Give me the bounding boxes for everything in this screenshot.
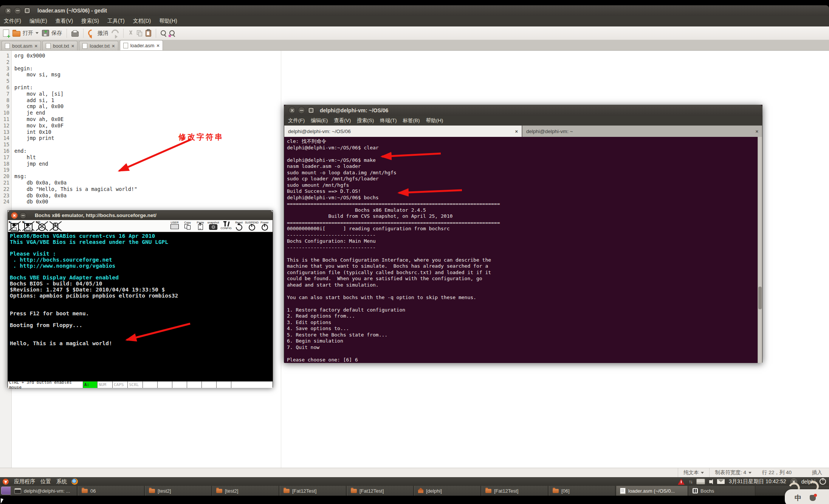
scrollbar-thumb[interactable] xyxy=(758,287,762,309)
bochs-screen[interactable]: Plex86/Bochs VGABios current-cvs 16 Apr … xyxy=(8,232,273,381)
network-arrows-icon[interactable]: ↑↓ xyxy=(689,479,692,484)
firefox-icon[interactable] xyxy=(71,478,78,485)
input-method-panel[interactable]: 中 xyxy=(785,489,829,504)
tab-loader-txt[interactable]: loader.txt × xyxy=(79,41,118,50)
menu-edit[interactable]: 编辑(E) xyxy=(311,117,328,124)
print-button[interactable] xyxy=(71,30,79,37)
close-icon[interactable] xyxy=(5,7,12,14)
menu-view[interactable]: 查看(V) xyxy=(334,117,351,124)
close-tab-icon[interactable]: × xyxy=(34,43,37,48)
power-button[interactable]: Power xyxy=(259,221,270,231)
cut-button[interactable] xyxy=(128,30,133,36)
menu-file[interactable]: 文件(F) xyxy=(4,18,21,25)
menu-tabs[interactable]: 标签(B) xyxy=(403,117,420,124)
tab-boot-txt[interactable]: boot.txt × xyxy=(42,41,77,50)
close-tab-icon[interactable]: × xyxy=(515,129,518,134)
new-document-button[interactable] xyxy=(3,29,9,37)
menu-search[interactable]: 搜索(S) xyxy=(81,18,99,25)
config-button[interactable]: CONFIG xyxy=(220,221,232,230)
tab-boot-asm[interactable]: boot.asm × xyxy=(2,41,41,50)
taskbar-item-terminal[interactable]: delphi@delphi-vm: ... xyxy=(11,486,77,496)
search-icon xyxy=(161,30,166,36)
close-icon[interactable] xyxy=(288,107,296,114)
menu-edit[interactable]: 编辑(E) xyxy=(29,18,47,25)
taskbar-item-test2-1[interactable]: [test2] xyxy=(145,486,212,496)
taskbar-item-gedit[interactable]: loader.asm (~/OS/0... xyxy=(616,486,688,496)
menu-terminal[interactable]: 终端(T) xyxy=(380,117,397,124)
minimize-icon[interactable] xyxy=(14,7,21,14)
volume-icon[interactable] xyxy=(709,480,711,483)
ubuntu-logo-icon[interactable] xyxy=(3,479,9,485)
maximize-icon[interactable] xyxy=(307,107,315,114)
folder-icon xyxy=(149,489,155,493)
ime-mode-label[interactable]: 中 xyxy=(795,493,801,502)
keyboard-indicator-icon[interactable] xyxy=(696,479,705,484)
copy-button[interactable] xyxy=(137,30,142,36)
cdrom-icon[interactable]: CD xyxy=(35,220,49,232)
menu-view[interactable]: 查看(V) xyxy=(56,18,73,25)
close-tab-icon[interactable]: × xyxy=(71,43,74,48)
find-button[interactable] xyxy=(161,31,166,36)
copy-button[interactable]: Copy xyxy=(182,221,193,229)
close-icon[interactable] xyxy=(11,212,18,219)
taskbar-item-06[interactable]: 06 xyxy=(78,486,144,496)
menu-tools[interactable]: 工具(T) xyxy=(107,18,125,25)
terminal-tab-os06[interactable]: delphi@delphi-vm: ~/OS/06 × xyxy=(284,126,522,137)
taskbar-item-fat12test-3[interactable]: [Fat12Test] xyxy=(482,486,548,496)
places-menu[interactable]: 位置 xyxy=(40,478,51,485)
terminal-tab-home[interactable]: delphi@delphi-vm: ~ × xyxy=(522,126,762,137)
menu-documents[interactable]: 文档(D) xyxy=(133,18,151,25)
applications-menu[interactable]: 应用程序 xyxy=(14,478,35,485)
mouse-icon[interactable] xyxy=(49,220,62,232)
redo-button[interactable] xyxy=(112,29,119,37)
replace-button[interactable] xyxy=(169,31,175,36)
minimize-icon[interactable] xyxy=(298,107,305,114)
paste-button[interactable]: Paste xyxy=(195,221,206,230)
terminal-titlebar[interactable]: delphi@delphi-vm: ~/OS/06 xyxy=(284,105,762,116)
chevron-down-icon[interactable] xyxy=(36,32,39,34)
minimize-icon[interactable] xyxy=(20,212,26,219)
save-button[interactable]: 保存 xyxy=(42,30,62,37)
power-icon[interactable] xyxy=(820,478,826,485)
warning-icon[interactable] xyxy=(678,479,685,485)
taskbar-item-bochs[interactable]: Bochs xyxy=(689,486,755,496)
taskbar-item-fat12test-1[interactable]: [Fat12Test] xyxy=(280,486,346,496)
tab-width-selector[interactable]: 制表符宽度: 4 xyxy=(709,468,757,477)
close-tab-icon[interactable]: × xyxy=(157,43,160,48)
mail-icon[interactable] xyxy=(717,479,725,484)
menu-help[interactable]: 帮助(H) xyxy=(159,18,177,25)
taskbar-item-06-2[interactable]: [06] xyxy=(549,486,615,496)
code-content[interactable]: org 0x9000 begin: mov si, msg print: mov… xyxy=(14,53,137,205)
terminal-scrollbar[interactable] xyxy=(758,137,762,363)
close-tab-icon[interactable]: × xyxy=(755,129,758,134)
menu-search[interactable]: 搜索(S) xyxy=(357,117,374,124)
bochs-titlebar[interactable]: Bochs x86 emulator, http://bochs.sourcef… xyxy=(8,211,273,220)
reset-button[interactable]: Reset xyxy=(233,221,245,231)
floppy-a-icon[interactable]: A: xyxy=(8,220,22,232)
close-tab-icon[interactable]: × xyxy=(112,43,115,48)
terminal-output[interactable]: cle: 找不到命令 delphi@delphi-vm:~/OS/06$ cle… xyxy=(284,137,762,363)
taskbar-item-delphi-home[interactable]: [delphi] xyxy=(414,486,481,496)
taskbar-item-test2-2[interactable]: [test2] xyxy=(212,486,279,496)
folder-icon xyxy=(485,489,491,493)
undo-button[interactable]: 撤消 xyxy=(88,29,108,37)
open-button[interactable]: 打开 xyxy=(12,29,39,37)
menu-help[interactable]: 帮助(H) xyxy=(426,117,443,124)
doc-type-selector[interactable]: 纯文本 xyxy=(678,468,710,477)
paste-button[interactable] xyxy=(146,30,151,37)
folder-icon xyxy=(284,489,290,493)
mouse-hint: CTRL + 3rd button enables mouse xyxy=(8,381,83,388)
tab-loader-asm[interactable]: loader.asm × xyxy=(120,40,163,50)
ime-paw-icon[interactable] xyxy=(810,495,816,501)
system-menu[interactable]: 系统 xyxy=(56,478,67,485)
gedit-titlebar[interactable]: loader.asm (~/OS/06) - gedit xyxy=(0,5,829,16)
menu-file[interactable]: 文件(F) xyxy=(288,117,305,124)
user-button[interactable]: USER xyxy=(169,221,180,229)
toolbar-separator xyxy=(83,29,84,38)
maximize-icon[interactable] xyxy=(23,7,31,14)
suspend-button[interactable]: SUSPEND xyxy=(246,221,257,231)
floppy-b-icon[interactable]: B: xyxy=(22,220,35,232)
snapshot-button[interactable]: snapshot xyxy=(208,221,219,230)
clock[interactable]: 3月31日星期日 10:42:52 xyxy=(729,478,786,485)
taskbar-item-fat12test-2[interactable]: [Fat12Test] xyxy=(347,486,414,496)
